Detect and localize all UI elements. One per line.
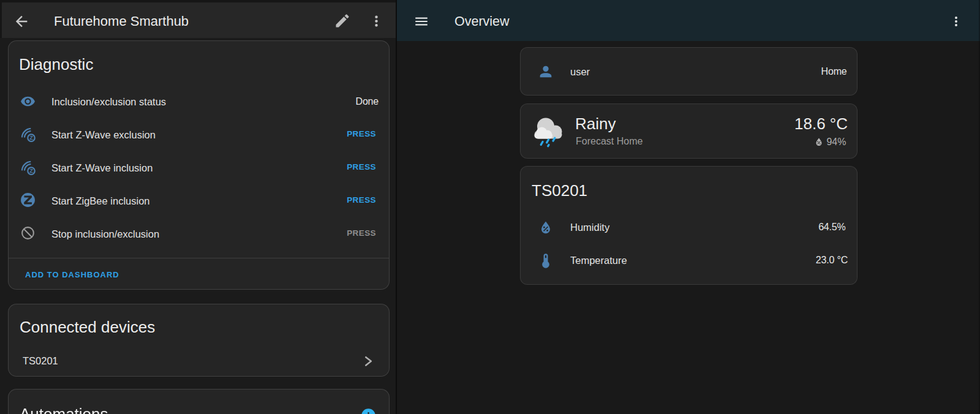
svg-text:Z: Z: [29, 135, 33, 141]
svg-text:Z: Z: [29, 168, 33, 174]
